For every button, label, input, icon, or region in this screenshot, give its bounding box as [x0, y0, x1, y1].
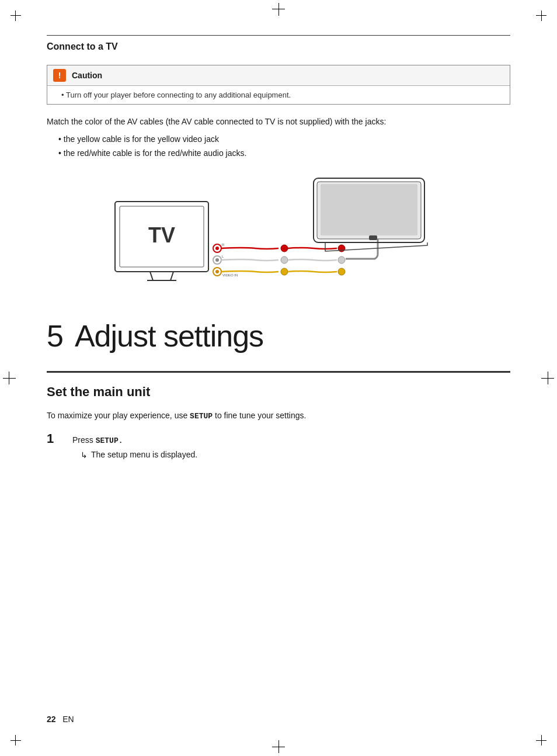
svg-text:TV: TV [148, 223, 175, 247]
svg-point-18 [338, 256, 345, 263]
connect-bullet-list: the yellow cable is for the yellow video… [58, 133, 510, 161]
caution-body: Turn off your player before connecting t… [47, 86, 510, 104]
step-1-number: 1 [47, 431, 63, 460]
caution-bullet: Turn off your player before connecting t… [55, 91, 502, 99]
step-1-bold: SETUP. [96, 436, 123, 445]
connection-diagram: TV R L VIDEO IN [47, 172, 510, 301]
set-main-unit-intro: To maximize your play experience, use SE… [47, 409, 510, 423]
caution-icon: ! [53, 69, 66, 82]
chapter-title: Adjust settings [75, 319, 263, 353]
svg-rect-25 [321, 184, 417, 235]
step-1-row: 1 Press SETUP. ↳ The setup menu is displ… [47, 431, 510, 460]
svg-point-9 [215, 258, 219, 262]
chapter-heading: 5Adjust settings [47, 318, 510, 353]
bullet-item-2: the red/white cable is for the red/white… [58, 147, 510, 161]
corner-mark-br [529, 728, 546, 745]
step-result-arrow: ↳ [81, 450, 88, 460]
svg-rect-26 [369, 235, 377, 240]
svg-text:R: R [222, 243, 225, 247]
set-main-unit-title: Set the main unit [47, 384, 510, 400]
svg-point-16 [281, 268, 288, 275]
corner-mark-tl [11, 11, 28, 28]
chapter-number: 5 [47, 319, 63, 353]
page-language: EN [62, 715, 74, 724]
svg-point-6 [215, 247, 219, 250]
step-1-result: ↳ The setup menu is displayed. [81, 450, 197, 460]
caution-header: ! Caution [47, 65, 510, 86]
connect-body-text: Match the color of the AV cables (the AV… [47, 115, 510, 128]
bullet-item-1: the yellow cable is for the yellow video… [58, 133, 510, 147]
page-footer: 22 EN [47, 715, 74, 724]
svg-text:VIDEO IN: VIDEO IN [222, 273, 238, 277]
step-1-action: Press SETUP. [72, 434, 197, 448]
caution-title: Caution [72, 71, 102, 80]
svg-point-15 [281, 256, 288, 263]
svg-text:L: L [222, 255, 224, 258]
caution-box: ! Caution Turn off your player before co… [47, 65, 510, 105]
corner-mark-bl [11, 728, 28, 745]
svg-point-12 [215, 270, 219, 273]
setup-keyword: SETUP [190, 412, 213, 421]
step-1-content: Press SETUP. ↳ The setup menu is display… [72, 431, 197, 460]
svg-marker-2 [150, 272, 173, 280]
section-divider [47, 371, 510, 373]
page-number: 22 [47, 715, 56, 724]
step-1-result-text: The setup menu is displayed. [91, 450, 197, 459]
corner-mark-tr [529, 11, 546, 28]
svg-point-14 [281, 245, 288, 252]
connect-section-title: Connect to a TV [47, 35, 510, 57]
svg-point-19 [338, 268, 345, 275]
